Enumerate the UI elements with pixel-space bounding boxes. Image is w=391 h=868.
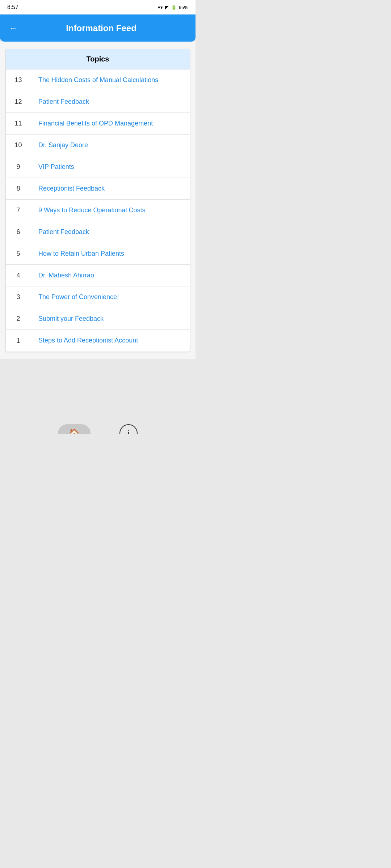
row-number: 9 <box>6 156 31 178</box>
row-topic[interactable]: Patient Feedback <box>31 222 190 242</box>
back-icon: ← <box>9 23 18 33</box>
row-number: 13 <box>6 69 31 91</box>
table-row: 8Receptionist Feedback <box>6 178 190 200</box>
row-topic[interactable]: The Hidden Costs of Manual Calculations <box>31 71 190 90</box>
row-topic[interactable]: Patient Feedback <box>31 92 190 111</box>
row-topic[interactable]: Dr. Sanjay Deore <box>31 136 190 155</box>
table-row: 3The Power of Convenience! <box>6 286 190 308</box>
row-topic[interactable]: Financial Benefits of OPD Management <box>31 114 190 133</box>
table-row: 4Dr. Mahesh Ahirrao <box>6 265 190 286</box>
home-icon: 🏠 <box>69 428 80 434</box>
table-row: 12Patient Feedback <box>6 91 190 113</box>
row-topic[interactable]: The Power of Convenience! <box>31 288 190 307</box>
battery-icon: 🔋 <box>171 5 177 10</box>
row-topic[interactable]: How to Retain Urban Patients <box>31 244 190 263</box>
row-number: 12 <box>6 91 31 112</box>
back-button[interactable]: ← <box>7 21 20 35</box>
row-number: 3 <box>6 286 31 308</box>
table-row: 2Submit your Feedback <box>6 308 190 330</box>
wifi-icon: ▾▾ <box>158 5 163 10</box>
bottom-area: 🏠 i <box>0 359 196 434</box>
table-row: 5How to Retain Urban Patients <box>6 243 190 265</box>
row-topic[interactable]: Submit your Feedback <box>31 309 190 328</box>
row-number: 2 <box>6 308 31 329</box>
info-icon: i <box>127 429 130 434</box>
app-header: ← Information Feed <box>0 14 196 42</box>
info-button[interactable]: i <box>119 424 138 434</box>
row-number: 6 <box>6 221 31 243</box>
table-row: 79 Ways to Reduce Operational Costs <box>6 200 190 221</box>
status-bar: 8:57 ▾▾ ◤ 🔋 95% <box>0 0 196 14</box>
row-topic[interactable]: VIP Patients <box>31 157 190 176</box>
signal-icon: ◤ <box>165 5 169 10</box>
table-row: 9VIP Patients <box>6 156 190 178</box>
row-number: 5 <box>6 243 31 264</box>
bottom-navigation: 🏠 i <box>0 424 196 434</box>
row-number: 10 <box>6 135 31 156</box>
row-number: 11 <box>6 113 31 134</box>
row-number: 1 <box>6 330 31 352</box>
row-topic[interactable]: Steps to Add Receptionist Account <box>31 331 190 350</box>
status-icons: ▾▾ ◤ 🔋 95% <box>158 5 188 10</box>
row-number: 7 <box>6 200 31 221</box>
content-area: Topics 13The Hidden Costs of Manual Calc… <box>0 42 196 359</box>
topics-table: Topics 13The Hidden Costs of Manual Calc… <box>5 49 190 352</box>
row-topic[interactable]: Dr. Mahesh Ahirrao <box>31 266 190 285</box>
table-body: 13The Hidden Costs of Manual Calculation… <box>6 69 190 352</box>
table-row: 13The Hidden Costs of Manual Calculation… <box>6 69 190 91</box>
table-row: 10Dr. Sanjay Deore <box>6 135 190 156</box>
page-title: Information Feed <box>25 23 177 33</box>
row-topic[interactable]: 9 Ways to Reduce Operational Costs <box>31 201 190 220</box>
battery-percent: 95% <box>179 5 188 10</box>
table-row: 11Financial Benefits of OPD Management <box>6 113 190 135</box>
row-number: 8 <box>6 178 31 199</box>
table-header: Topics <box>6 49 190 69</box>
row-number: 4 <box>6 265 31 286</box>
home-button[interactable]: 🏠 <box>58 424 91 434</box>
status-time: 8:57 <box>7 4 18 10</box>
table-row: 1Steps to Add Receptionist Account <box>6 330 190 352</box>
row-topic[interactable]: Receptionist Feedback <box>31 179 190 198</box>
table-row: 6Patient Feedback <box>6 221 190 243</box>
